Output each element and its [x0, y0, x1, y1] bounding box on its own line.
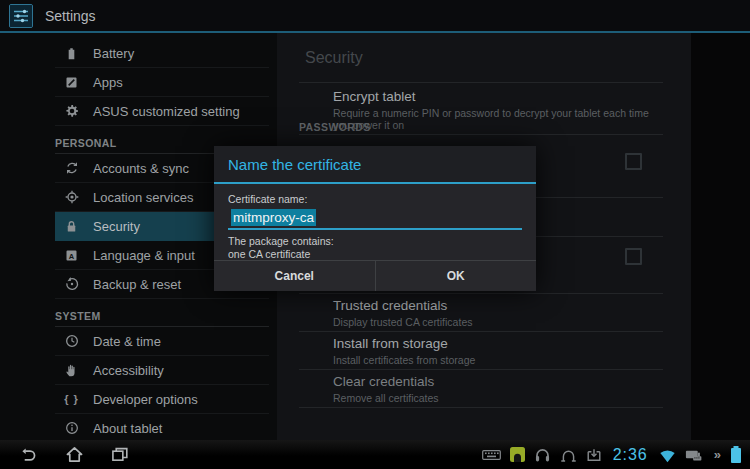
package-contains-label: The package contains: [228, 235, 522, 248]
hidden-row-checkbox-2[interactable] [625, 248, 642, 265]
divider [299, 331, 663, 332]
sidebar-item-date-time[interactable]: Date & time [55, 327, 269, 356]
system-bar: 2:36 » [0, 440, 750, 469]
sidebar-item-label: Security [93, 219, 140, 234]
nav-buttons [18, 446, 130, 464]
location-icon [63, 189, 80, 206]
sidebar-item-apps[interactable]: Apps [55, 68, 269, 97]
keyboard-icon [482, 448, 501, 461]
pref-title: Encrypt tablet [333, 89, 655, 104]
sidebar-item-accessibility[interactable]: Accessibility [55, 356, 269, 385]
install-notification-icon [586, 447, 602, 462]
wifi-icon [659, 447, 676, 463]
ok-button[interactable]: OK [375, 261, 537, 291]
recent-apps-button[interactable] [110, 446, 130, 464]
sidebar-section-system: SYSTEM [55, 299, 269, 327]
sidebar-item-label: Accounts & sync [93, 161, 189, 176]
braces-icon: { } [63, 391, 80, 408]
pref-subtitle: Display trusted CA certificates [333, 316, 655, 328]
dialog-title: Name the certificate [214, 146, 536, 182]
sidebar-item-label: Date & time [93, 334, 161, 349]
sidebar-item-label: Location services [93, 190, 193, 205]
hand-icon [63, 362, 80, 379]
language-icon: A [63, 247, 80, 264]
sidebar-item-asus-customized-setting[interactable]: ASUS customized setting [55, 97, 269, 126]
status-tray[interactable]: 2:36 » [482, 446, 742, 464]
divider [299, 407, 663, 408]
info-icon [63, 420, 80, 437]
apps-icon [63, 74, 80, 91]
battery-icon [730, 446, 742, 463]
row-clear-credentials[interactable]: Clear credentials Remove all certificate… [333, 374, 655, 404]
backup-icon [63, 276, 80, 293]
action-bar: Settings [0, 0, 750, 33]
divider [299, 82, 663, 83]
sidebar-item-developer-options[interactable]: { } Developer options [55, 385, 269, 414]
gear-icon [63, 103, 80, 120]
pref-subtitle: Install certificates from storage [333, 354, 655, 366]
lock-icon [63, 218, 80, 235]
name-certificate-dialog: Name the certificate Certificate name: m… [214, 146, 536, 291]
sidebar-item-label: About tablet [93, 421, 162, 436]
section-passwords: PASSWORDS [299, 121, 371, 133]
sidebar-item-label: Backup & reset [93, 277, 181, 292]
page-title: Security [305, 49, 363, 67]
divider [299, 369, 663, 370]
sidebar-item-label: Language & input [93, 248, 195, 263]
battery-icon [63, 45, 80, 62]
dialog-body: Certificate name: mitmproxy-ca The packa… [214, 184, 536, 261]
sidebar-item-label: Battery [93, 46, 134, 61]
sidebar-item-label: Developer options [93, 392, 198, 407]
headset-icon [534, 447, 551, 463]
sync-icon [63, 160, 80, 177]
headphones-icon [560, 447, 577, 463]
pref-title: Clear credentials [333, 374, 655, 389]
pref-subtitle: Remove all certificates [333, 392, 655, 404]
selected-input-text: mitmproxy-ca [231, 209, 316, 226]
sidebar-item-battery[interactable]: Battery [55, 39, 269, 68]
divider [299, 293, 663, 294]
hidden-row-checkbox-1[interactable] [625, 153, 642, 170]
app-title: Settings [45, 8, 96, 24]
pref-title: Trusted credentials [333, 298, 655, 313]
cancel-button[interactable]: Cancel [214, 261, 375, 291]
row-install-from-storage[interactable]: Install from storage Install certificate… [333, 336, 655, 366]
tablet-screen: Settings Battery Apps ASUS customize [0, 0, 750, 469]
chevrons-icon: » [714, 447, 721, 462]
divider [299, 134, 663, 135]
sidebar-item-label: Apps [93, 75, 123, 90]
sidebar-item-label: Accessibility [93, 363, 164, 378]
pref-title: Install from storage [333, 336, 655, 351]
clock-time: 2:36 [613, 446, 648, 464]
dialog-button-bar: Cancel OK [214, 260, 536, 291]
usb-debugging-android-icon [510, 447, 525, 462]
sidebar-item-about-tablet[interactable]: About tablet [55, 414, 269, 443]
row-trusted-credentials[interactable]: Trusted credentials Display trusted CA c… [333, 298, 655, 328]
settings-app-icon [9, 4, 33, 28]
home-button[interactable] [64, 446, 84, 464]
back-button[interactable] [18, 446, 38, 464]
certificate-name-label: Certificate name: [228, 193, 522, 205]
svg-text:A: A [69, 251, 75, 260]
dock-battery-icon [685, 447, 705, 462]
sidebar-item-label: ASUS customized setting [93, 104, 240, 119]
clock-icon [63, 333, 80, 350]
row-encrypt-tablet[interactable]: Encrypt tablet Require a numeric PIN or … [333, 89, 655, 131]
certificate-name-input[interactable]: mitmproxy-ca [228, 208, 522, 230]
pref-subtitle: Require a numeric PIN or password to dec… [333, 107, 655, 131]
